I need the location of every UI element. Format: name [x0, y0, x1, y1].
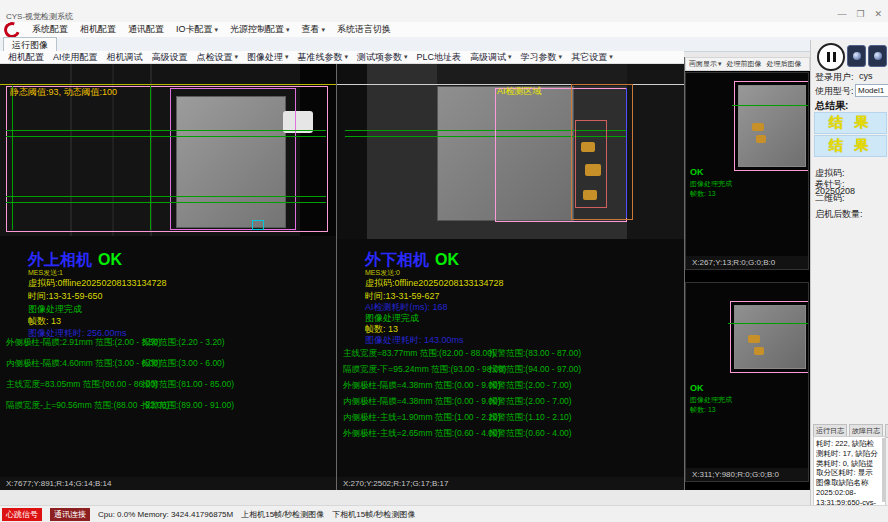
- image-detail: [337, 64, 367, 239]
- alarm-range: 报警范围:(81.00 - 85.00): [142, 379, 234, 391]
- tab-before-image[interactable]: 处理前图像: [727, 59, 762, 69]
- chevron-down-icon: ▾: [285, 53, 289, 61]
- image-save-button[interactable]: [868, 45, 887, 67]
- window-title: CYS-视觉检测系统: [6, 11, 73, 22]
- menu-system-config[interactable]: 系统配置: [32, 23, 68, 36]
- camera-capture-button[interactable]: [847, 45, 866, 67]
- measurement-label: 主线宽度=83.77mm 范围:(82.00 - 88.00): [343, 348, 495, 360]
- menu-camera-config[interactable]: 相机配置: [80, 23, 116, 36]
- pause-button[interactable]: [817, 43, 845, 71]
- tool-ai-use-config[interactable]: AI使用配置: [53, 51, 98, 64]
- tool-camera-debug[interactable]: 相机调试: [107, 51, 143, 64]
- frame-line: 帧数: 13: [690, 405, 716, 415]
- close-icon[interactable]: ✕: [874, 9, 882, 19]
- tool-advanced-debug[interactable]: 高级调试▾: [470, 51, 512, 64]
- measure-line: [12, 86, 13, 230]
- chevron-down-icon: ▾: [215, 26, 219, 34]
- tool-learning-params[interactable]: 学习参数▾: [521, 51, 563, 64]
- result-box-upper: 结 果: [814, 112, 887, 134]
- chevron-down-icon: ▾: [718, 60, 722, 68]
- measure-line: [6, 136, 326, 137]
- log-scrollbar[interactable]: [882, 438, 885, 502]
- alarm-range: 报警范围:(89.00 - 91.00): [142, 400, 234, 412]
- defect-highlight: [581, 142, 595, 152]
- tab-after-image[interactable]: 处理后图像: [767, 59, 802, 69]
- measure-line-blue: [626, 88, 627, 218]
- roi-rect-pink: [730, 301, 809, 373]
- roi-line: [0, 84, 336, 85]
- menu-light-config[interactable]: 光源控制配置▾: [230, 23, 290, 36]
- minimize-icon[interactable]: —: [837, 9, 846, 19]
- app-window: CYS-视觉检测系统 — ❐ ✕ 系统配置 相机配置 通讯配置 IO卡配置▾ 光…: [0, 0, 888, 522]
- menu-io-config[interactable]: IO卡配置▾: [176, 23, 218, 36]
- pixel-coords-bar: X:270;Y:2502;R:17;G:17;B:17: [337, 477, 684, 490]
- measure-line: [6, 196, 326, 197]
- measure-line: [150, 86, 151, 230]
- menu-language-switch[interactable]: 系统语言切换: [337, 23, 391, 36]
- tool-baseline-params[interactable]: 基准线参数▾: [298, 51, 349, 64]
- alarm-range: 报警范围:(1.10 - 2.10): [489, 412, 572, 424]
- thumb-view-1[interactable]: OK 图像处理完成 帧数: 13 X:267;Y:13;R:0;G:0;B:0: [685, 72, 809, 270]
- measurement-label: 隔膜宽度-下=95.24mm 范围:(93.00 - 98.00): [343, 364, 506, 376]
- chevron-down-icon: ▾: [286, 26, 290, 34]
- measurement-label: 内侧极柱-隔膜:4.60mm 范围:(3.00 - 6.00): [6, 358, 161, 370]
- menu-comm-config[interactable]: 通讯配置: [128, 23, 164, 36]
- defect-highlight: [756, 135, 766, 143]
- chevron-down-icon: ▾: [609, 53, 613, 61]
- tool-other-settings[interactable]: 其它设置▾: [571, 51, 613, 64]
- defect-highlight: [748, 335, 760, 343]
- barcode-line: 虚拟码:0ffline20250208133134728: [28, 277, 166, 290]
- tool-test-params[interactable]: 测试项参数▾: [357, 51, 408, 64]
- upper-camera-view[interactable]: 静态阈值:93, 动态阈值:100 外上相机OK MES发送:1 虚拟码:0ff…: [0, 64, 336, 490]
- right-sidebar: 登录用户: cys 使用型号: Model1 总结果: 结 果 结 果 虚拟码:…: [810, 40, 888, 505]
- ai-region-label: AI检测区域: [497, 85, 542, 98]
- camera-name: 外上相机: [28, 251, 92, 268]
- chevron-down-icon: ▾: [404, 53, 408, 61]
- window-controls: — ❐ ✕: [837, 9, 882, 19]
- display-toggle[interactable]: 画面显示▾: [689, 59, 722, 69]
- result-box-lower: 结 果: [814, 135, 887, 157]
- lower-camera-status: 下相机15帧/秒检测图像: [332, 509, 415, 520]
- image-detail: [627, 64, 684, 239]
- result-ok: OK: [98, 251, 122, 268]
- measure-line: [728, 323, 808, 324]
- pixel-coords-bar: X:7677;Y:891;R:14;G:14;B:14: [0, 477, 336, 490]
- menu-bar: 系统配置 相机配置 通讯配置 IO卡配置▾ 光源控制配置▾ 查看▾ 系统语言切换: [0, 22, 888, 37]
- qr-code-label: 二维码:: [815, 192, 845, 205]
- alarm-range: 报警范围:(0.60 - 4.00): [489, 428, 572, 440]
- pixel-coords-bar: X:267;Y:13;R:0;G:0;B:0: [686, 256, 808, 269]
- login-user-label: 登录用户:: [815, 71, 854, 84]
- defect-highlight: [754, 347, 764, 355]
- process-done-line: 图像处理完成: [690, 179, 732, 189]
- tool-plc-address[interactable]: PLC地址表: [417, 51, 462, 64]
- defect-highlight: [585, 164, 601, 176]
- roi-rect-magenta: [170, 88, 296, 230]
- pause-icon: [827, 52, 830, 62]
- measure-line: [732, 105, 808, 106]
- alarm-range: 报警范围:(2.00 - 7.00): [489, 380, 572, 392]
- measurement-label: 外侧极柱-隔膜:2.91mm 范围:(2.00 - 3.50): [6, 337, 161, 349]
- process-done-line: 图像处理完成: [690, 395, 732, 405]
- pixel-coords-bar: X:311;Y:980;R:0;G:0;B:0: [686, 468, 808, 481]
- status-bar: 心跳信号 通讯连接 Cpu: 0.0% Memory: 3424.4179687…: [0, 505, 888, 522]
- lower-camera-view[interactable]: AI检测区域 外下相机OK MES发送:0 虚拟码:0ffline2025020…: [337, 64, 684, 490]
- threshold-label: 静态阈值:93, 动态阈值:100: [10, 86, 117, 99]
- total-result-label: 总结果:: [815, 99, 848, 113]
- measurement-label: 内侧极柱-隔膜=4.38mm 范围:(0.00 - 9.00): [343, 396, 501, 408]
- menu-view[interactable]: 查看▾: [302, 23, 326, 36]
- thumb-view-2[interactable]: OK 图像处理完成 帧数: 13 X:311;Y:980;R:0;G:0;B:0: [685, 282, 809, 482]
- model-input[interactable]: Model1: [855, 84, 888, 97]
- tool-advanced-settings[interactable]: 高级设置: [152, 51, 188, 64]
- tool-camera-config[interactable]: 相机配置: [8, 51, 44, 64]
- thumb-view-tabbar: 画面显示▾ 处理前图像 处理后图像: [685, 57, 810, 71]
- pin-number-label: 卷针号:: [815, 178, 845, 191]
- tool-image-processing[interactable]: 图像处理▾: [247, 51, 289, 64]
- barcode-line: 虚拟码:0ffline20250208133134728: [365, 277, 503, 290]
- tool-spot-check[interactable]: 点检设置▾: [197, 51, 239, 64]
- pause-icon: [833, 52, 836, 62]
- log-output[interactable]: 耗时: 222, 缺陷检测耗时: 17, 缺陷分类耗时: 0, 缺陷提取分区耗时…: [813, 436, 886, 506]
- maximize-icon[interactable]: ❐: [856, 9, 864, 19]
- measurement-label: 内侧极柱-主线=1.90mm 范围:(1.00 - 2.20): [343, 412, 501, 424]
- camera-name: 外下相机: [365, 251, 429, 268]
- process-time-line: 图像处理耗时: 143.00ms: [365, 334, 464, 347]
